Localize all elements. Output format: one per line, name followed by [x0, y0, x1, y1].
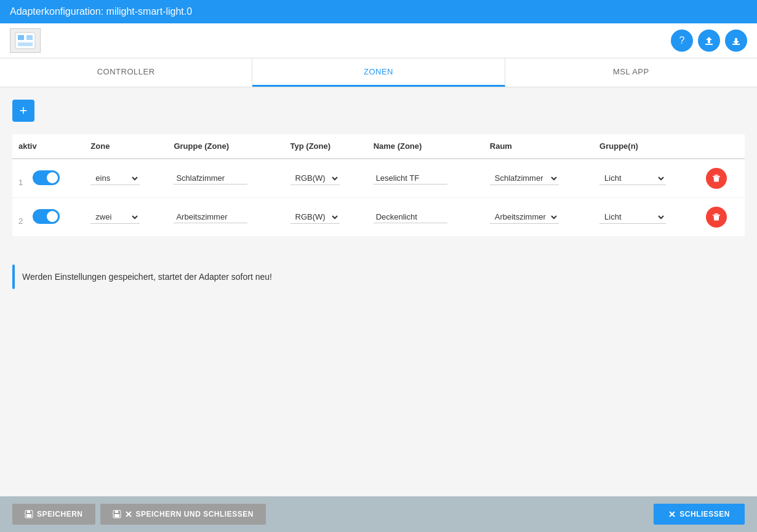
svg-rect-3	[18, 42, 33, 46]
tab-zonen[interactable]: ZONEN	[252, 58, 505, 87]
info-text: Werden Einstellungen gespeichert, starte…	[22, 272, 272, 282]
svg-rect-0	[15, 33, 35, 49]
header: ?	[0, 23, 757, 58]
save-close-button[interactable]: SPEICHERN UND SCHLIESSEN	[100, 504, 266, 525]
col-header-actions	[700, 134, 745, 159]
gruppen-select-0[interactable]: LichtDeckenlampeStehlampe	[599, 172, 666, 185]
active-toggle-1[interactable]	[33, 209, 60, 224]
zone-select-0[interactable]: einszweidreivier	[90, 172, 140, 185]
add-zone-button[interactable]: +	[12, 100, 34, 122]
table-row: 1 einszweidreivier RGB(W)RGBWRGBWhite Sc…	[12, 159, 745, 198]
cell-name-0	[367, 159, 484, 198]
row-number: 2	[18, 216, 23, 226]
gruppe-input-0[interactable]	[174, 172, 247, 185]
delete-button-0[interactable]	[706, 168, 727, 189]
col-header-typ: Typ (Zone)	[284, 134, 367, 159]
col-header-zone: Zone	[84, 134, 167, 159]
row-number: 1	[18, 178, 23, 187]
col-header-name: Name (Zone)	[367, 134, 484, 159]
svg-rect-2	[26, 35, 33, 40]
cell-delete-0	[700, 159, 745, 198]
svg-rect-9	[715, 213, 718, 215]
raum-select-1[interactable]: SchlafzimmerArbeitszimmerWohnzimmerKüche	[490, 210, 559, 224]
active-toggle-0[interactable]	[33, 170, 60, 185]
cell-gruppen-1: LichtDeckenlampeStehlampe	[593, 198, 700, 237]
title-bar: Adapterkonfiguration: milight-smart-ligh…	[0, 0, 757, 23]
cell-typ-0: RGB(W)RGBWRGBWhite	[284, 159, 367, 198]
title-text: Adapterkonfiguration: milight-smart-ligh…	[10, 6, 192, 17]
name-input-0[interactable]	[374, 172, 447, 185]
svg-rect-5	[732, 44, 740, 45]
table-row: 2 einszweidreivier RGB(W)RGBWRGBWhite Sc…	[12, 198, 745, 237]
svg-rect-7	[715, 175, 718, 176]
cell-gruppe-0	[167, 159, 284, 198]
upload-button[interactable]	[698, 30, 720, 52]
close-button[interactable]: SCHLIESSEN	[654, 504, 745, 525]
help-button[interactable]: ?	[671, 30, 693, 52]
cell-num-0: 1	[12, 159, 84, 198]
raum-select-0[interactable]: SchlafzimmerArbeitszimmerWohnzimmerKüche	[490, 172, 559, 185]
zone-select-1[interactable]: einszweidreivier	[90, 210, 140, 224]
cell-gruppe-1	[167, 198, 284, 237]
cell-name-1	[367, 198, 484, 237]
name-input-1[interactable]	[374, 211, 447, 223]
svg-rect-11	[27, 510, 30, 513]
footer: SPEICHERN SPEICHERN UND SCHLIESSEN SCHLI…	[0, 496, 757, 532]
typ-select-0[interactable]: RGB(W)RGBWRGBWhite	[290, 172, 340, 185]
svg-rect-12	[26, 514, 31, 517]
download-button[interactable]	[725, 30, 747, 52]
svg-rect-6	[713, 176, 720, 177]
header-actions: ?	[671, 30, 747, 52]
svg-rect-4	[705, 44, 713, 45]
save-button[interactable]: SPEICHERN	[12, 504, 95, 525]
col-header-gruppe: Gruppe (Zone)	[167, 134, 284, 159]
cell-typ-1: RGB(W)RGBWRGBWhite	[284, 198, 367, 237]
adapter-logo	[10, 28, 41, 53]
tabs-container: CONTROLLER ZONEN MSL APP	[0, 58, 757, 87]
svg-rect-15	[114, 514, 119, 517]
cell-gruppen-0: LichtDeckenlampeStehlampe	[593, 159, 700, 198]
typ-select-1[interactable]: RGB(W)RGBWRGBWhite	[290, 210, 340, 224]
cell-raum-0: SchlafzimmerArbeitszimmerWohnzimmerKüche	[484, 159, 593, 198]
info-message: Werden Einstellungen gespeichert, starte…	[12, 255, 745, 299]
cell-zone-1: einszweidreivier	[84, 198, 167, 237]
delete-button-1[interactable]	[706, 207, 727, 228]
svg-rect-14	[115, 510, 118, 513]
svg-rect-8	[713, 215, 720, 216]
cell-raum-1: SchlafzimmerArbeitszimmerWohnzimmerKüche	[484, 198, 593, 237]
main-content: + aktiv Zone Gruppe (Zone) Typ (Zone) Na…	[0, 87, 757, 496]
col-header-gruppen: Gruppe(n)	[593, 134, 700, 159]
info-bar-indicator	[12, 264, 15, 289]
cell-num-1: 2	[12, 198, 84, 237]
gruppen-select-1[interactable]: LichtDeckenlampeStehlampe	[599, 210, 666, 224]
footer-left-actions: SPEICHERN SPEICHERN UND SCHLIESSEN	[12, 504, 266, 525]
tab-msl-app[interactable]: MSL APP	[505, 58, 757, 87]
svg-rect-1	[18, 35, 24, 40]
col-header-raum: Raum	[484, 134, 593, 159]
zones-table: aktiv Zone Gruppe (Zone) Typ (Zone) Name…	[12, 134, 745, 236]
gruppe-input-1[interactable]	[174, 211, 247, 223]
tab-controller[interactable]: CONTROLLER	[0, 58, 252, 87]
cell-delete-1	[700, 198, 745, 237]
col-header-aktiv: aktiv	[12, 134, 84, 159]
cell-zone-0: einszweidreivier	[84, 159, 167, 198]
